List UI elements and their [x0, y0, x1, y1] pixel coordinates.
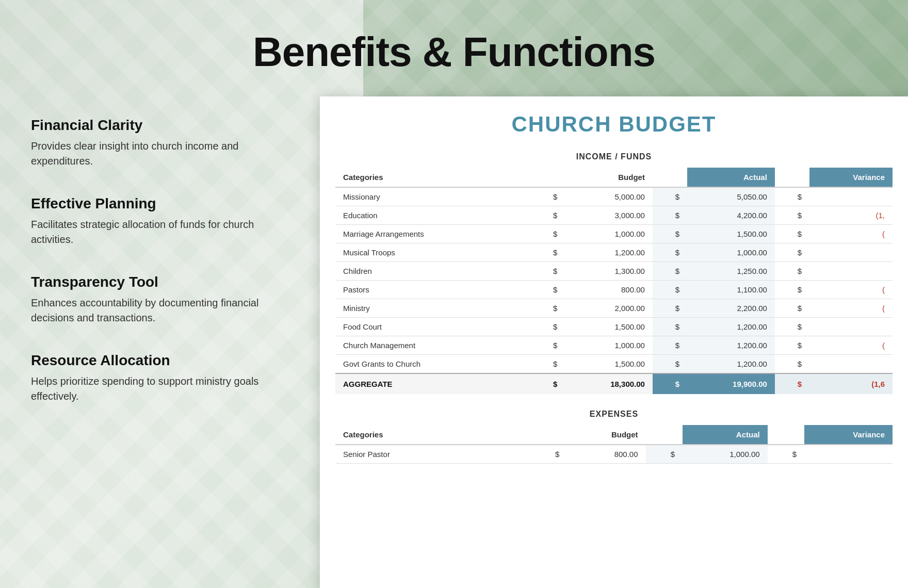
benefit-financial-clarity-title: Financial Clarity: [31, 117, 289, 134]
cat-govt-grants: Govt Grants to Church: [335, 355, 530, 374]
table-row: Marriage Arrangements $ 1,000.00 $ 1,500…: [335, 225, 893, 243]
table-row: Ministry $ 2,000.00 $ 2,200.00 $ (: [335, 299, 893, 318]
expenses-section-title: EXPENSES: [335, 410, 893, 419]
expenses-table: Categories Budget Actual Variance Senior…: [335, 425, 893, 464]
cat-musical-troops: Musical Troops: [335, 243, 530, 262]
aggregate-label: AGGREGATE: [335, 373, 530, 394]
cat-food-court: Food Court: [335, 318, 530, 336]
benefit-effective-planning-desc: Facilitates strategic allocation of fund…: [31, 217, 289, 247]
cat-marriage: Marriage Arrangements: [335, 225, 530, 243]
spreadsheet-title: CHURCH BUDGET: [335, 112, 893, 137]
col-currency-sign: [530, 168, 565, 187]
cat-church-management: Church Management: [335, 336, 530, 355]
exp-col-actual: Actual: [683, 425, 768, 445]
exp-col-currency: [530, 425, 567, 445]
exp-col-variance: Variance: [804, 425, 893, 445]
benefit-resource-allocation: Resource Allocation Helps prioritize spe…: [31, 352, 289, 404]
benefits-panel: Financial Clarity Provides clear insight…: [0, 96, 320, 588]
table-row: Govt Grants to Church $ 1,500.00 $ 1,200…: [335, 355, 893, 374]
main-content: Financial Clarity Provides clear insight…: [0, 96, 908, 588]
col-budget: Budget: [565, 168, 653, 187]
expenses-table-header: Categories Budget Actual Variance: [335, 425, 893, 445]
benefit-effective-planning-title: Effective Planning: [31, 195, 289, 212]
table-row: Food Court $ 1,500.00 $ 1,200.00 $: [335, 318, 893, 336]
benefit-transparency-tool: Transparency Tool Enhances accountabilit…: [31, 274, 289, 325]
benefit-resource-allocation-title: Resource Allocation: [31, 352, 289, 369]
income-table-header: Categories Budget Actual Variance: [335, 168, 893, 187]
cat-pastors: Pastors: [335, 281, 530, 299]
col-variance: Variance: [809, 168, 893, 187]
exp-col-budget: Budget: [567, 425, 645, 445]
benefit-effective-planning: Effective Planning Facilitates strategic…: [31, 195, 289, 247]
income-table-footer: AGGREGATE $ 18,300.00 $ 19,900.00 $ (1,6: [335, 373, 893, 394]
table-row: Church Management $ 1,000.00 $ 1,200.00 …: [335, 336, 893, 355]
benefit-resource-allocation-desc: Helps prioritize spending to support min…: [31, 374, 289, 404]
exp-col-variance-currency: [768, 425, 804, 445]
spreadsheet-content[interactable]: CHURCH BUDGET INCOME / FUNDS Categories …: [320, 96, 908, 588]
cat-missionary: Missionary: [335, 187, 530, 206]
benefit-transparency-tool-desc: Enhances accountability by documenting f…: [31, 296, 289, 325]
col-variance-currency: [775, 168, 809, 187]
cat-ministry: Ministry: [335, 299, 530, 318]
table-row: Missionary $ 5,000.00 $ 5,050.00 $: [335, 187, 893, 206]
table-row: Senior Pastor $ 800.00 $ 1,000.00 $: [335, 445, 893, 464]
cat-children: Children: [335, 262, 530, 281]
income-table: Categories Budget Actual Variance Missio…: [335, 168, 893, 394]
table-row: Children $ 1,300.00 $ 1,250.00 $: [335, 262, 893, 281]
col-categories: Categories: [335, 168, 530, 187]
table-row: Education $ 3,000.00 $ 4,200.00 $ (1,: [335, 206, 893, 225]
benefit-transparency-tool-title: Transparency Tool: [31, 274, 289, 290]
col-actual-currency: [653, 168, 687, 187]
page-header: Benefits & Functions: [0, 0, 908, 96]
page-title: Benefits & Functions: [0, 28, 908, 76]
benefit-financial-clarity-desc: Provides clear insight into church incom…: [31, 139, 289, 169]
table-row: Musical Troops $ 1,200.00 $ 1,000.00 $: [335, 243, 893, 262]
spreadsheet-panel: CHURCH BUDGET INCOME / FUNDS Categories …: [320, 96, 908, 588]
page-container: Benefits & Functions Financial Clarity P…: [0, 0, 908, 588]
benefit-financial-clarity: Financial Clarity Provides clear insight…: [31, 117, 289, 169]
income-section-title: INCOME / FUNDS: [335, 152, 893, 161]
expenses-table-body: Senior Pastor $ 800.00 $ 1,000.00 $: [335, 445, 893, 464]
cat-education: Education: [335, 206, 530, 225]
cat-senior-pastor: Senior Pastor: [335, 445, 530, 464]
exp-col-categories: Categories: [335, 425, 530, 445]
income-table-body: Missionary $ 5,000.00 $ 5,050.00 $ Educa…: [335, 187, 893, 373]
exp-col-actual-currency: [646, 425, 683, 445]
col-actual: Actual: [687, 168, 775, 187]
table-row: Pastors $ 800.00 $ 1,100.00 $ (: [335, 281, 893, 299]
